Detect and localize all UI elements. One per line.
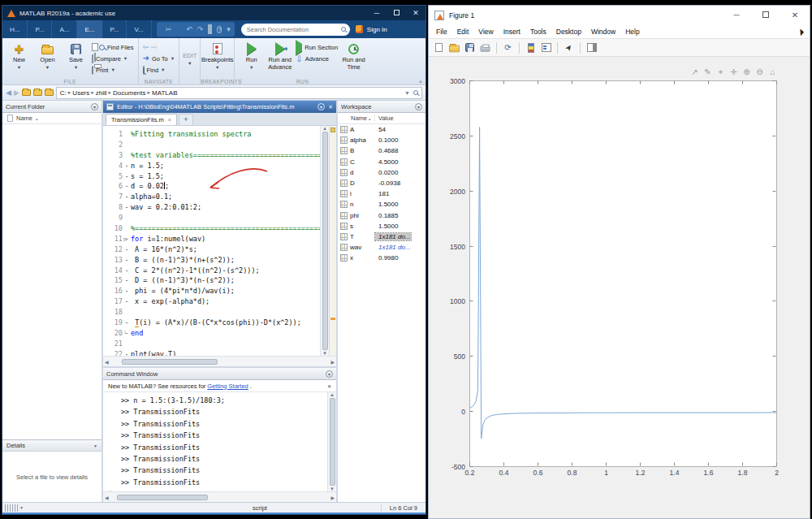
forward-icon[interactable]: ▶ [14, 89, 19, 97]
scrollbar-thumb[interactable] [117, 495, 208, 500]
search-folder-icon[interactable] [413, 90, 418, 95]
minimize-icon[interactable]: ─ [367, 6, 387, 20]
current-folder-column-header[interactable]: Name ▴ [2, 113, 102, 124]
save-figure-icon[interactable] [464, 42, 476, 54]
editor-tab[interactable]: TransmissionFits.m × [106, 114, 177, 125]
panel-menu-icon[interactable] [415, 103, 422, 110]
close-icon[interactable]: ✕ [780, 6, 810, 25]
workspace-row-i[interactable]: i181 [338, 188, 425, 199]
search-icon[interactable] [341, 27, 346, 32]
current-folder-list[interactable] [2, 124, 102, 439]
browse-folder-icon[interactable] [33, 89, 42, 96]
more-icon[interactable]: ▾ [227, 26, 231, 33]
open-button[interactable]: Open▼ [33, 40, 62, 77]
scroll-up-icon[interactable]: ▲ [322, 126, 327, 131]
link-plot-icon[interactable]: ⟳ [502, 42, 514, 54]
go-to-button[interactable]: ➜Go To▼ [143, 54, 175, 63]
ribbon-tab-4[interactable]: P... [102, 20, 127, 38]
banner-close-icon[interactable]: × [327, 383, 331, 390]
find-button[interactable]: Find▼ [143, 65, 175, 75]
warning-marker[interactable] [330, 318, 335, 320]
forward-icon[interactable]: ⇨ [151, 43, 158, 51]
cut-icon[interactable]: ✂ [166, 26, 172, 33]
print-button[interactable]: Print▼ [92, 65, 134, 75]
back-icon[interactable]: ◀ [6, 89, 11, 97]
analyzer-status-icon[interactable] [330, 128, 335, 132]
ribbon-tab-3[interactable]: E... [77, 20, 102, 38]
scroll-left-icon[interactable]: ◀ [105, 495, 109, 500]
insert-legend-icon[interactable] [540, 42, 552, 54]
scroll-down-icon[interactable]: ▼ [322, 351, 327, 356]
scrollbar-thumb[interactable] [330, 398, 335, 486]
scroll-left-icon[interactable]: ◀ [105, 359, 109, 365]
breakpoints-button[interactable]: Breakpoints▼ [203, 40, 231, 77]
resize-grip-icon[interactable] [5, 504, 18, 512]
help-icon[interactable]: ? [217, 26, 222, 33]
toolstrip-section-edit[interactable]: EDIT ▼ [179, 38, 200, 84]
back-icon[interactable]: ⇦ [143, 43, 149, 51]
find-files-button[interactable]: Find Files [92, 42, 134, 52]
menu-insert[interactable]: Insert [499, 28, 525, 36]
menu-desktop[interactable]: Desktop [551, 28, 586, 36]
notification-bell-icon[interactable] [356, 25, 363, 33]
edit-plot-icon[interactable]: ➤ [563, 42, 575, 54]
save-button[interactable]: Save▼ [62, 40, 90, 77]
tab-close-icon[interactable]: × [168, 117, 171, 123]
print-figure-icon[interactable] [479, 42, 491, 54]
chevron-down-icon[interactable]: ▼ [404, 90, 410, 96]
scrollbar-thumb[interactable] [122, 359, 218, 365]
insert-colorbar-icon[interactable] [525, 42, 537, 54]
ribbon-tab-2[interactable]: A... [52, 20, 77, 38]
ribbon-tab-1[interactable]: P... [28, 20, 52, 38]
menu-file[interactable]: File [431, 28, 452, 36]
undo-icon[interactable]: ↶ [186, 26, 192, 33]
maximize-icon[interactable] [387, 6, 406, 20]
layout-icon[interactable] [208, 26, 212, 33]
workspace-row-s[interactable]: s1.5000 [338, 221, 425, 231]
workspace-row-n[interactable]: n1.5000 [338, 199, 425, 210]
scroll-up-icon[interactable]: ▲ [330, 392, 335, 397]
breadcrumb-item-matlab[interactable]: MATLAB [152, 89, 177, 97]
run-and-time-button[interactable]: Run and Time [339, 40, 368, 77]
run-button[interactable]: Run▼ [237, 40, 266, 77]
breadcrumb-item-users[interactable]: Users [72, 89, 89, 97]
breadcrumb-item-zhill[interactable]: zhill [96, 89, 107, 97]
sign-in-link[interactable]: Sign In [367, 26, 387, 33]
folder-up-icon[interactable] [22, 89, 31, 96]
close-icon[interactable]: ✕ [406, 6, 425, 20]
breadcrumb-item-documents[interactable]: Documents [113, 89, 145, 97]
menu-view[interactable]: View [473, 28, 498, 36]
editor-vertical-scrollbar[interactable]: ▲ ▼ [320, 126, 329, 356]
new-tab-button[interactable]: + [179, 114, 193, 125]
editor-menu-icon[interactable] [317, 103, 325, 110]
editor-horizontal-scrollbar[interactable]: ◀ ▶ [103, 356, 336, 366]
editor-close-icon[interactable]: ✕ [328, 104, 333, 110]
scroll-right-icon[interactable]: ▶ [330, 359, 335, 365]
pin-icon[interactable]: ◥ [797, 28, 806, 37]
workspace-row-phi[interactable]: phi0.1885 [338, 210, 425, 221]
run-and-advance-button[interactable]: Run and Advance [266, 40, 294, 77]
menu-edit[interactable]: Edit [452, 28, 474, 36]
minimize-icon[interactable]: ─ [722, 6, 751, 25]
workspace-row-d[interactable]: d0.0200 [338, 167, 425, 178]
collapse-toolstrip-icon[interactable]: ▲ [418, 79, 423, 84]
console[interactable]: >> n = 1.5:(3-1.5)/180:3;>> Transmission… [103, 392, 327, 491]
ribbon-tab-5[interactable]: V... [127, 20, 151, 38]
menu-tools[interactable]: Tools [525, 28, 551, 36]
workspace-row-C[interactable]: C4.5000 [338, 157, 425, 167]
workspace-row-alpha[interactable]: alpha0.1000 [338, 135, 425, 145]
plot-axes[interactable]: 0.20.40.60.811.21.41.61.82-5000500100015… [429, 57, 810, 514]
run-section-button[interactable]: Run Section [296, 42, 338, 52]
panel-menu-icon[interactable] [91, 103, 98, 110]
getting-started-link[interactable]: Getting Started [207, 383, 248, 390]
breadcrumb-item-c[interactable]: C: [60, 89, 67, 97]
ribbon-tab-0[interactable]: H... [2, 20, 28, 38]
workspace-row-D[interactable]: D-0.0938 [338, 178, 425, 188]
workspace-row-x[interactable]: x0.9980 [338, 253, 425, 263]
workspace-row-wav[interactable]: wav1x181 do... [338, 242, 425, 253]
workspace-row-B[interactable]: B0.4688 [338, 145, 425, 156]
folder-actions-icon[interactable] [45, 89, 54, 96]
new-button[interactable]: ✚New▼ [5, 40, 33, 77]
command-horizontal-scrollbar[interactable]: ◀ ▶ [103, 491, 336, 502]
compare-button[interactable]: Compare▼ [92, 54, 134, 63]
